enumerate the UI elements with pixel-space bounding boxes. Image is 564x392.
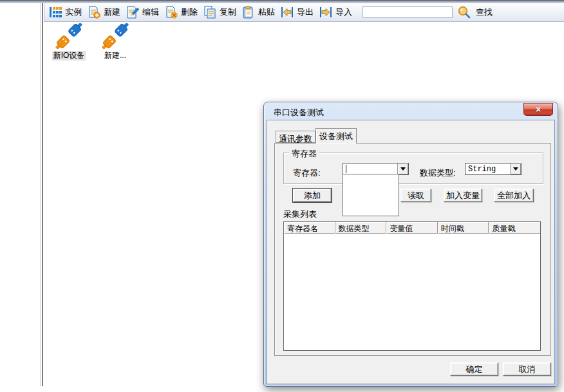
toolbar-label: 复制 <box>220 6 236 18</box>
listview-body[interactable] <box>284 234 540 350</box>
chevron-down-icon <box>400 167 406 171</box>
ok-button[interactable]: 确定 <box>450 362 498 376</box>
dialog-title: 串口设备测试 <box>274 107 324 118</box>
listview-header: 寄存器名 数据类型 变量值 时间戳 质量戳 <box>284 222 540 234</box>
serial-device-test-dialog: 串口设备测试 × 通讯参数 设备测试 寄存器 寄存器: 数据 <box>263 102 558 387</box>
copy-icon <box>203 5 217 19</box>
toolbar-button-import[interactable]: 导入 <box>319 5 352 19</box>
register-groupbox-title: 寄存器 <box>289 148 319 160</box>
column-header-quality-stamp[interactable]: 质量戳 <box>489 222 540 234</box>
desktop-icon-new-io-device[interactable]: 新IO设备 <box>50 23 88 61</box>
search-icon[interactable] <box>456 5 472 20</box>
main-toolbar: 实例 新建 编辑 <box>44 3 564 22</box>
dialog-client-area: 通讯参数 设备测试 寄存器 寄存器: 数据类型: String <box>267 120 555 384</box>
dialog-titlebar[interactable]: 串口设备测试 × <box>264 102 558 120</box>
cancel-button[interactable]: 取消 <box>503 362 551 376</box>
datatype-combobox[interactable]: String <box>465 163 522 175</box>
collection-listview[interactable]: 寄存器名 数据类型 变量值 时间戳 质量戳 <box>283 221 541 351</box>
datatype-combobox-dropdown-button[interactable] <box>510 163 521 174</box>
tab-device-test[interactable]: 设备测试 <box>315 128 357 144</box>
desktop-icon-label: 新IO设备 <box>52 51 86 61</box>
toolbar-label: 导出 <box>297 6 314 18</box>
toolbar-button-export[interactable]: 导出 <box>280 5 314 19</box>
delete-document-icon <box>164 5 178 19</box>
plug-connector-icon <box>101 23 129 49</box>
column-header-timestamp[interactable]: 时间戳 <box>438 222 489 234</box>
edit-document-icon <box>126 5 140 19</box>
toolbar-label: 删除 <box>181 6 198 18</box>
add-all-button[interactable]: 全部加入 <box>494 189 534 202</box>
instances-icon <box>48 5 62 19</box>
panel-splitter-highlight <box>40 3 41 386</box>
toolbar-button-copy[interactable]: 复制 <box>203 5 236 19</box>
toolbar-label: 导入 <box>335 6 352 18</box>
toolbar-label: 粘贴 <box>258 6 275 18</box>
read-button[interactable]: 读取 <box>400 189 431 202</box>
toolbar-button-new[interactable]: 新建 <box>87 5 120 19</box>
close-icon[interactable]: × <box>523 103 553 116</box>
toolbar-label: 编辑 <box>142 6 159 18</box>
desktop-icon-new-item[interactable]: 新建... <box>97 23 134 61</box>
toolbar-button-paste[interactable]: 粘贴 <box>241 5 275 19</box>
toolbar-label: 实例 <box>65 6 82 18</box>
device-test-tab-page: 寄存器 寄存器: 数据类型: String <box>274 143 551 356</box>
search-input[interactable] <box>362 6 453 18</box>
import-arrow-icon <box>319 5 333 19</box>
chevron-down-icon <box>513 167 518 171</box>
plug-connector-icon <box>55 23 83 49</box>
register-combobox-dropdown-button[interactable] <box>397 163 408 174</box>
find-label[interactable]: 查找 <box>476 6 493 18</box>
export-arrow-icon <box>280 5 294 19</box>
paste-icon <box>241 5 256 19</box>
panel-splitter[interactable] <box>42 3 43 386</box>
desktop-icon-label: 新建... <box>103 51 127 61</box>
column-header-data-type[interactable]: 数据类型 <box>335 222 387 234</box>
toolbar-button-edit[interactable]: 编辑 <box>126 5 159 19</box>
collection-list-title: 采集列表 <box>283 209 317 220</box>
datatype-field-label: 数据类型: <box>420 167 456 179</box>
register-dropdown-list[interactable] <box>343 174 399 216</box>
add-variable-button[interactable]: 加入变量 <box>444 189 482 202</box>
register-field-label: 寄存器: <box>293 167 321 179</box>
add-button[interactable]: 添加 <box>293 189 332 202</box>
toolbar-label: 新建 <box>104 6 120 18</box>
column-header-register-name[interactable]: 寄存器名 <box>284 222 335 234</box>
toolbar-button-instance[interactable]: 实例 <box>48 5 82 19</box>
toolbar-button-delete[interactable]: 删除 <box>164 5 198 19</box>
column-header-variable-value[interactable]: 变量值 <box>386 222 438 234</box>
tab-communication-params[interactable]: 通讯参数 <box>276 131 315 143</box>
text-caret <box>346 165 346 173</box>
app-screen: 实例 新建 编辑 <box>0 0 564 392</box>
datatype-combobox-value: String <box>468 165 496 174</box>
left-tree-panel <box>0 3 40 392</box>
new-document-icon <box>87 5 101 19</box>
